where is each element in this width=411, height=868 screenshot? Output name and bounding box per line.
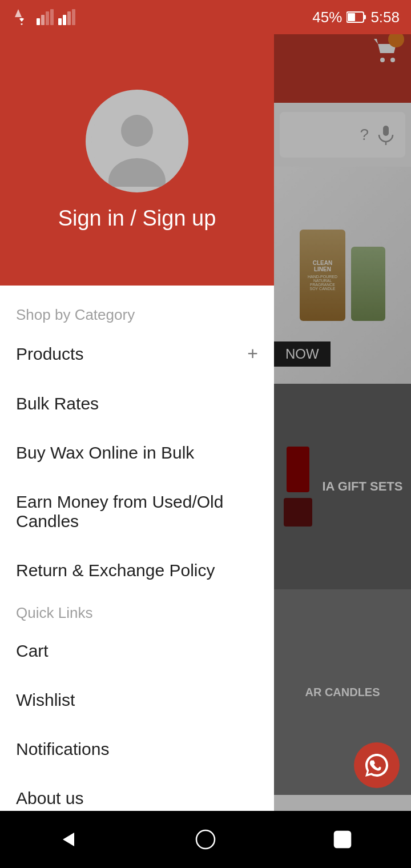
signal-icon-2 [58, 9, 75, 25]
cart-menu-item[interactable]: Cart [0, 626, 274, 676]
hero-banner: CLEANLINEN HAND-POUREDNATURAL FRAGRANCES… [274, 167, 411, 384]
svg-rect-7 [67, 11, 71, 25]
bulk-rates-menu-item[interactable]: Bulk Rates [0, 379, 274, 428]
wishlist-label: Wishlist [16, 690, 75, 710]
svg-rect-11 [364, 15, 366, 19]
earn-money-menu-item[interactable]: Earn Money from Used/Old Candles [0, 477, 274, 546]
buy-wax-menu-item[interactable]: Buy Wax Online in Bulk [0, 428, 274, 477]
wishlist-menu-item[interactable]: Wishlist [0, 676, 274, 725]
earn-money-label: Earn Money from Used/Old Candles [16, 492, 258, 531]
wifi-icon [11, 9, 32, 25]
buy-wax-label: Buy Wax Online in Bulk [16, 443, 194, 463]
svg-point-15 [380, 58, 385, 62]
back-button[interactable] [51, 822, 86, 857]
return-policy-label: Return & Exchange Policy [16, 561, 215, 580]
question-mark: ? [360, 126, 369, 144]
recents-button[interactable] [325, 822, 360, 857]
battery-level: 45% [312, 9, 342, 26]
status-bar: 45% 5:58 [0, 0, 411, 34]
return-policy-menu-item[interactable]: Return & Exchange Policy [0, 546, 274, 595]
avatar[interactable] [86, 90, 188, 192]
svg-rect-3 [46, 11, 49, 25]
svg-rect-17 [383, 126, 389, 136]
time: 5:58 [370, 9, 400, 26]
svg-marker-0 [15, 9, 22, 17]
svg-rect-4 [50, 9, 54, 25]
bottom-navigation [0, 811, 411, 868]
search-bar[interactable]: ? [280, 112, 405, 158]
about-us-label: About us [16, 789, 83, 808]
now-badge: NOW [274, 341, 331, 367]
whatsapp-fab[interactable] [354, 742, 400, 788]
svg-point-20 [196, 830, 215, 849]
svg-marker-19 [63, 833, 74, 846]
mic-icon[interactable] [376, 124, 396, 145]
svg-rect-21 [335, 831, 350, 847]
expand-icon: + [247, 343, 258, 364]
svg-rect-5 [58, 18, 62, 25]
products-label: Products [16, 344, 83, 364]
jar-candles-text: AR CANDLES [300, 681, 384, 704]
notifications-menu-item[interactable]: Notifications [0, 725, 274, 774]
status-right: 45% 5:58 [312, 9, 400, 26]
gift-sets-text: IA GIFT SETS [318, 475, 408, 499]
navigation-drawer: Sign in / Sign up Shop by Category Produ… [0, 0, 274, 868]
svg-rect-10 [348, 13, 355, 21]
battery-icon [346, 11, 366, 23]
shop-by-category-label: Shop by Category [0, 297, 274, 328]
svg-rect-2 [41, 15, 45, 25]
products-menu-item[interactable]: Products + [0, 328, 274, 379]
cart-icon-wrap[interactable] [371, 36, 400, 67]
signal-icon [37, 9, 54, 25]
drawer-header: Sign in / Sign up [0, 0, 274, 286]
drawer-content: Shop by Category Products + Bulk Rates B… [0, 286, 274, 868]
notifications-label: Notifications [16, 740, 109, 759]
quick-links-label: Quick Links [0, 595, 274, 626]
bulk-rates-label: Bulk Rates [16, 394, 99, 413]
svg-point-13 [121, 115, 153, 147]
svg-rect-1 [37, 18, 40, 25]
svg-rect-6 [63, 15, 66, 25]
sign-in-button[interactable]: Sign in / Sign up [58, 206, 216, 231]
cart-label: Cart [16, 641, 49, 661]
home-button[interactable] [188, 822, 223, 857]
whatsapp-icon [363, 752, 390, 779]
status-left [11, 9, 75, 25]
svg-rect-8 [72, 9, 75, 25]
gift-sets-banner: IA GIFT SETS [274, 384, 411, 589]
svg-point-16 [390, 58, 395, 62]
app-background-content: ? CLEANLINEN HAND-POUREDNATURAL FRAGRANC… [274, 0, 411, 868]
